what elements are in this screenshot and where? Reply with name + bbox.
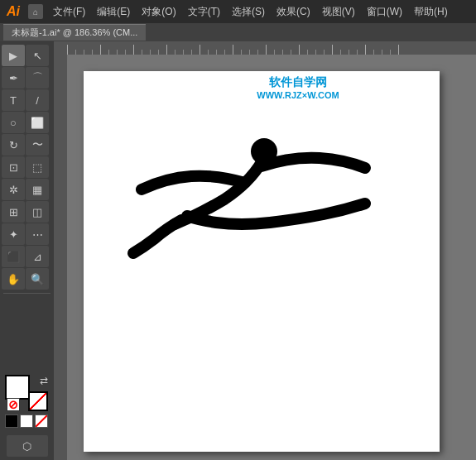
eraser-tool[interactable]: ⬜ [26,112,49,133]
tab-bar: 未标题-1.ai* @ 186.36% (CM... [0,23,476,41]
blend-tool[interactable]: ⋯ [26,223,49,245]
mesh-tool[interactable]: ⊞ [2,201,25,223]
app-logo: Ai [7,4,20,19]
menu-bar: 文件(F)编辑(E)对象(O)文字(T)选择(S)效果(C)视图(V)窗口(W)… [48,3,469,21]
perspective-tool[interactable]: ⊿ [26,246,49,267]
left-toolbar: ▶ ↖ ✒ ⌒ T / ○ ⬜ ↻ 〜 ⊡ ⬚ ✲ ▦ ⊞ ◫ [0,41,54,460]
tool-row-hand: ✋ 🔍 [2,268,52,290]
selection-tool[interactable]: ▶ [2,45,25,66]
tool-row-paint: ⬛ ⊿ [2,246,52,267]
ruler-tick [365,45,373,55]
free-transform-tool[interactable]: ⬚ [26,156,49,178]
ellipse-tool[interactable]: ○ [2,112,25,133]
tool-row-pen: ✒ ⌒ [2,67,52,89]
figure-right-arm [262,158,365,168]
menu-item-0[interactable]: 文件(F) [48,3,90,21]
figure-left-arm [142,176,245,189]
menu-item-3[interactable]: 文字(T) [183,3,225,21]
symbol-sprayer-tool[interactable]: ✲ [2,179,25,200]
svg-line-0 [36,415,47,427]
ruler-tick [166,45,175,55]
tool-row-rotate: ↻ 〜 [2,134,52,156]
ruler-tick [332,45,340,55]
ruler-tick [299,45,307,55]
menu-item-5[interactable]: 效果(C) [272,3,315,21]
ruler-tick [200,45,208,55]
menu-item-7[interactable]: 窗口(W) [362,3,407,21]
ruler-top [54,41,476,55]
tool-row-text: T / [2,89,52,111]
color-mode-row [5,414,49,428]
stroke-color[interactable] [28,391,48,411]
main-area: ▶ ↖ ✒ ⌒ T / ○ ⬜ ↻ 〜 ⊡ ⬚ ✲ ▦ ⊞ ◫ [0,41,476,460]
swimming-figure [108,117,390,268]
none-indicator[interactable]: ⊘ [7,398,20,411]
toolbar-divider [3,293,50,294]
ruler-tick [100,45,108,55]
tool-row-select: ▶ ↖ [2,45,52,66]
canvas-area: 软件自学网 WWW.RJZ×W.COM [54,41,476,460]
tab-label: 未标题-1.ai* @ 186.36% (CM... [12,26,137,39]
tool-row-transform: ⊡ ⬚ [2,156,52,178]
artboard-tool[interactable]: ⬡ [7,435,48,457]
live-paint-tool[interactable]: ⬛ [2,246,25,267]
text-tool[interactable]: T [2,89,25,111]
fill-color[interactable] [5,375,30,400]
black-swatch[interactable] [5,414,18,428]
menu-item-4[interactable]: 选择(S) [227,3,270,21]
hand-tool[interactable]: ✋ [2,268,25,290]
document-tab[interactable]: 未标题-1.ai* @ 186.36% (CM... [3,24,146,41]
menu-item-2[interactable]: 对象(O) [137,3,180,21]
white-swatch[interactable] [20,414,33,428]
ruler-tick [233,45,241,55]
tool-row-eye: ✦ ⋯ [2,223,52,245]
ruler-tick [398,45,406,55]
menu-item-1[interactable]: 编辑(E) [92,3,135,21]
line-tool[interactable]: / [26,89,49,111]
swap-colors-icon[interactable]: ⇄ [40,375,48,386]
tool-row-mesh: ⊞ ◫ [2,201,52,223]
swimming-figure-svg [108,117,390,266]
ruler-ticks-top [67,41,406,55]
scale-tool[interactable]: ⊡ [2,156,25,178]
figure-left-leg [133,220,181,253]
artboard [84,71,440,452]
color-swatches: ⊘ ⇄ [5,375,48,411]
menu-item-6[interactable]: 视图(V) [317,3,360,21]
direct-selection-tool[interactable]: ↖ [26,45,49,66]
warp-tool[interactable]: 〜 [26,134,49,156]
ruler-tick [67,45,75,55]
eyedropper-tool[interactable]: ✦ [2,223,25,245]
menu-item-8[interactable]: 帮助(H) [409,3,453,21]
zoom-tool[interactable]: 🔍 [26,268,49,290]
ruler-tick [266,45,274,55]
none-swatch[interactable] [35,414,48,428]
gradient-tool[interactable]: ◫ [26,201,49,223]
home-icon[interactable]: ⌂ [28,4,43,19]
curvature-tool[interactable]: ⌒ [26,67,49,89]
column-graph-tool[interactable]: ▦ [26,179,49,200]
tool-row-symbol: ✲ ▦ [2,179,52,200]
pen-tool[interactable]: ✒ [2,67,25,89]
title-bar: Ai ⌂ 文件(F)编辑(E)对象(O)文字(T)选择(S)效果(C)视图(V)… [0,0,476,23]
rotate-tool[interactable]: ↻ [2,134,25,156]
ruler-tick [133,45,142,55]
color-area: ⊘ ⇄ [2,371,52,431]
tool-row-shape: ○ ⬜ [2,112,52,133]
arrange-icon: ⬡ [2,435,52,457]
canvas-content[interactable] [67,55,476,460]
ruler-left [54,55,67,460]
